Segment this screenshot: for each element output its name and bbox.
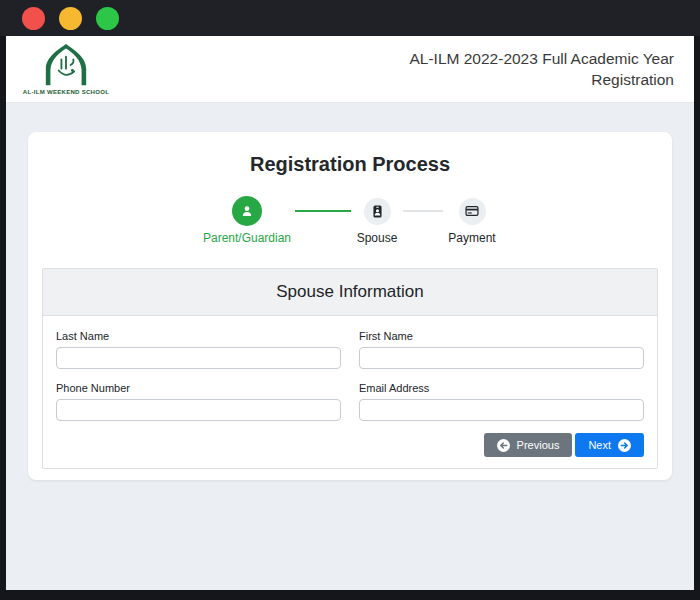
browser-viewport: AL-ILM WEEKEND SCHOOL AL-ILM 2022-2023 F… [6, 36, 694, 590]
step-circle-wrap [364, 196, 391, 226]
email-address-input[interactable] [359, 399, 644, 421]
section-body: Last Name First Name Phone Number [43, 316, 657, 468]
arrow-right-circle-icon [618, 439, 631, 452]
step-spouse: Spouse [351, 196, 403, 245]
spouse-form: Last Name First Name Phone Number [56, 330, 644, 421]
previous-button[interactable]: Previous [484, 433, 573, 457]
previous-button-label: Previous [517, 439, 560, 451]
first-name-input[interactable] [359, 347, 644, 369]
stepper-connector-done [295, 210, 351, 212]
step-spouse-circle[interactable] [364, 198, 391, 225]
last-name-field-group: Last Name [56, 330, 341, 369]
section-title: Spouse Information [43, 269, 657, 316]
minimize-window-button[interactable] [59, 7, 82, 30]
close-window-button[interactable] [22, 7, 45, 30]
mosque-arch-icon [37, 43, 95, 87]
registration-stepper: Parent/Guardian [42, 196, 658, 245]
next-button[interactable]: Next [575, 433, 644, 457]
email-address-label: Email Address [359, 382, 644, 394]
logo-caption: AL-ILM WEEKEND SCHOOL [23, 89, 109, 95]
first-name-label: First Name [359, 330, 644, 342]
person-icon [240, 204, 254, 218]
site-header: AL-ILM WEEKEND SCHOOL AL-ILM 2022-2023 F… [6, 36, 694, 103]
registration-process-heading: Registration Process [42, 132, 658, 176]
window-titlebar [0, 0, 700, 36]
step-parent-guardian: Parent/Guardian [199, 196, 295, 245]
arrow-left-circle-icon [497, 439, 510, 452]
phone-number-input[interactable] [56, 399, 341, 421]
step-label-payment: Payment [448, 231, 495, 245]
school-logo: AL-ILM WEEKEND SCHOOL [20, 43, 112, 95]
wizard-nav-buttons: Previous Next [56, 433, 644, 457]
id-badge-icon [371, 205, 384, 218]
page-title: AL-ILM 2022-2023 Full Academic Year Regi… [396, 48, 674, 90]
last-name-input[interactable] [56, 347, 341, 369]
stepper-connector-todo [403, 210, 443, 212]
step-label-parent-guardian: Parent/Guardian [203, 231, 291, 245]
phone-number-field-group: Phone Number [56, 382, 341, 421]
credit-card-icon [465, 204, 479, 218]
page-body: Registration Process Parent/Guardian [6, 103, 694, 590]
last-name-label: Last Name [56, 330, 341, 342]
email-address-field-group: Email Address [359, 382, 644, 421]
spouse-information-section: Spouse Information Last Name First Name [42, 268, 658, 469]
step-circle-wrap [459, 196, 486, 226]
first-name-field-group: First Name [359, 330, 644, 369]
step-label-spouse: Spouse [357, 231, 398, 245]
step-payment: Payment [443, 196, 501, 245]
next-button-label: Next [588, 439, 611, 451]
step-payment-circle[interactable] [459, 198, 486, 225]
registration-card: Registration Process Parent/Guardian [28, 132, 672, 480]
phone-number-label: Phone Number [56, 382, 341, 394]
step-parent-guardian-circle[interactable] [232, 196, 262, 226]
maximize-window-button[interactable] [96, 7, 119, 30]
step-circle-wrap [232, 196, 262, 226]
